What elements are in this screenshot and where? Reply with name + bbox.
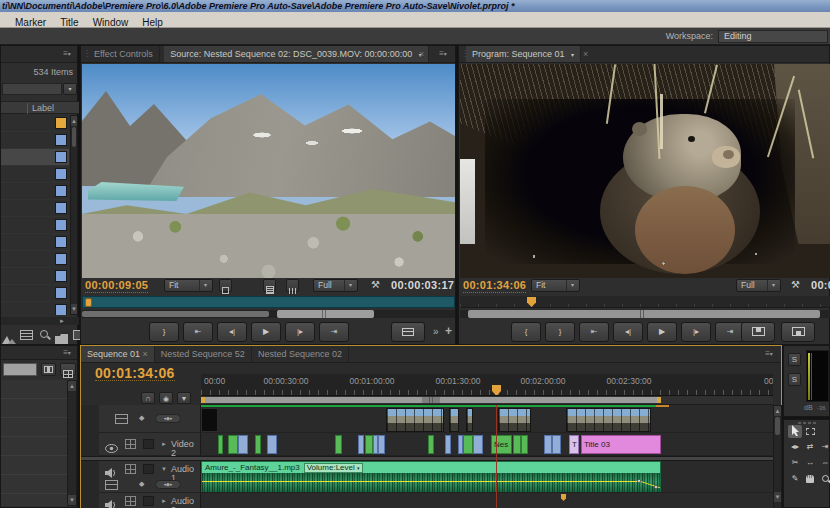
workspace-select[interactable]: Editing (718, 30, 828, 43)
video2-track-content[interactable]: NesTTitle 03 (201, 433, 773, 456)
label-swatch[interactable] (55, 287, 67, 299)
video2-clip[interactable] (473, 435, 483, 454)
video3-clip[interactable] (566, 408, 651, 432)
razor-tool[interactable]: ✂ (788, 457, 802, 470)
video2-clip-title-03[interactable]: Title 03 (581, 435, 661, 454)
list-vscrollbar[interactable]: ▲ ▼ (67, 380, 77, 506)
hand-tool[interactable] (803, 473, 817, 486)
video3-clip[interactable] (449, 408, 459, 432)
track-lock-toggle[interactable] (143, 464, 154, 474)
project-row[interactable] (1, 149, 69, 166)
close-tab-icon[interactable]: × (583, 49, 588, 59)
video2-clip[interactable] (255, 435, 261, 454)
track-lock-toggle[interactable] (143, 496, 154, 506)
source-marker-icon[interactable] (85, 298, 92, 307)
collapse-track-icon[interactable]: ► (161, 498, 167, 504)
scroll-down-icon[interactable]: ▼ (71, 304, 77, 314)
scroll-thumb[interactable] (775, 417, 780, 435)
panel-menu-icon[interactable]: ≡▾ (761, 349, 777, 360)
source-mini-timeline[interactable] (82, 296, 455, 308)
audio-clip-effect-chip[interactable]: Volume:Level ▾ (304, 463, 363, 473)
mark-out-button[interactable]: } (545, 322, 575, 342)
camera-icon[interactable] (41, 363, 56, 376)
video2-clip[interactable] (358, 435, 364, 454)
audio-clip[interactable]: Amure_-_Fantasy__1.mp3 Volume:Level ▾ (201, 461, 661, 493)
video3-track-content[interactable] (201, 405, 773, 433)
label-swatch[interactable] (55, 202, 67, 214)
filter-dropdown[interactable]: ▾ (63, 83, 77, 95)
timeline-tab-sequence-01[interactable]: Sequence 01 × (81, 346, 155, 363)
panel-menu-icon[interactable]: ≡▾ (435, 49, 451, 60)
program-current-time[interactable]: 00:01:34:06 (463, 279, 526, 293)
keyframe-dot[interactable] (654, 485, 658, 489)
source-resolution-select[interactable]: Full▾ (313, 279, 358, 292)
project-row[interactable] (1, 268, 69, 285)
video2-clip[interactable] (218, 435, 223, 454)
export-frame-icon[interactable] (263, 279, 276, 292)
source-current-time[interactable]: 00:00:09:05 (85, 279, 148, 293)
label-swatch[interactable] (55, 219, 67, 231)
step-back-button[interactable]: ◂| (613, 322, 643, 342)
slip-tool[interactable]: ↔ (803, 457, 817, 470)
toggle-track-output-speaker-icon[interactable] (105, 496, 117, 508)
go-to-out-button[interactable]: ⇥ (319, 322, 349, 342)
settings-wrench-icon[interactable]: ⚒ (791, 279, 800, 290)
label-swatch[interactable] (55, 134, 67, 146)
add-keyframe-icon[interactable]: ◆ (139, 414, 144, 422)
tab-source-monitor[interactable]: Source: Nested Sequence 02: DSC_0039.MOV… (164, 46, 428, 63)
scroll-up-icon[interactable]: ▲ (774, 406, 781, 416)
close-tab-icon[interactable]: × (140, 349, 148, 359)
add-button-icon[interactable]: + (445, 324, 452, 338)
video2-clip[interactable] (513, 435, 521, 454)
go-to-in-button[interactable]: ⇤ (183, 322, 213, 342)
play-button[interactable]: ▶ (251, 322, 281, 342)
display-style-icon[interactable] (105, 480, 118, 490)
program-scrollbar[interactable] (460, 310, 830, 318)
video2-clip-t[interactable]: T (569, 435, 579, 454)
pen-tool[interactable]: ✎ (788, 473, 802, 486)
project-row[interactable] (1, 251, 69, 268)
video2-clip[interactable] (552, 435, 561, 454)
solo-button[interactable]: S (788, 353, 801, 366)
project-row[interactable] (1, 285, 69, 302)
scroll-up-icon[interactable]: ▲ (68, 381, 76, 391)
project-row[interactable] (1, 132, 69, 149)
video2-clip[interactable] (228, 435, 238, 454)
settings-wrench-icon[interactable]: ⚒ (371, 279, 380, 290)
label-swatch[interactable] (55, 168, 67, 180)
ripple-edit-tool[interactable]: ◂▸ (788, 441, 802, 454)
project-row[interactable] (1, 200, 69, 217)
video2-clip[interactable] (544, 435, 552, 454)
label-swatch[interactable] (55, 117, 67, 129)
timeline-vscrollbar[interactable]: ▲ ▼ (773, 405, 782, 508)
collapse-track-icon[interactable]: ► (161, 441, 167, 447)
work-area-handle[interactable] (422, 397, 440, 403)
rolling-edit-tool[interactable]: ⇄ (803, 441, 817, 454)
video2-clip[interactable] (238, 435, 248, 454)
program-zoom-select[interactable]: Fit▾ (531, 279, 580, 292)
scroll-thumb[interactable] (468, 310, 820, 318)
playhead-line[interactable] (496, 405, 497, 508)
project-row[interactable] (1, 234, 69, 251)
video3-clip[interactable] (498, 408, 531, 432)
program-mini-timeline[interactable] (460, 296, 830, 308)
label-swatch[interactable] (55, 304, 67, 315)
scroll-thumb[interactable] (277, 310, 374, 318)
video2-clip[interactable] (365, 435, 373, 454)
step-back-button[interactable]: ◂| (217, 322, 247, 342)
grid-icon[interactable] (60, 363, 76, 376)
selection-tool[interactable] (788, 425, 802, 438)
label-swatch[interactable] (55, 270, 67, 282)
timeline-ruler[interactable]: 00:0000:00:30:0000:01:00:0000:01:30:0000… (201, 374, 773, 396)
close-tab-icon[interactable]: × (419, 49, 424, 59)
panel-menu-icon[interactable]: ≡▾ (59, 348, 75, 359)
extract-button[interactable] (781, 322, 815, 342)
text-input[interactable] (3, 363, 37, 376)
track-lock-toggle[interactable] (143, 439, 154, 449)
solo-button[interactable]: S (788, 373, 801, 386)
slide-tool[interactable]: ⇔ (818, 457, 830, 470)
scroll-up-icon[interactable]: ▲ (71, 116, 77, 126)
output-settings-icon[interactable] (286, 279, 299, 292)
expand-track-icon[interactable]: ▼ (161, 466, 167, 472)
scroll-down-icon[interactable]: ▼ (68, 495, 76, 505)
